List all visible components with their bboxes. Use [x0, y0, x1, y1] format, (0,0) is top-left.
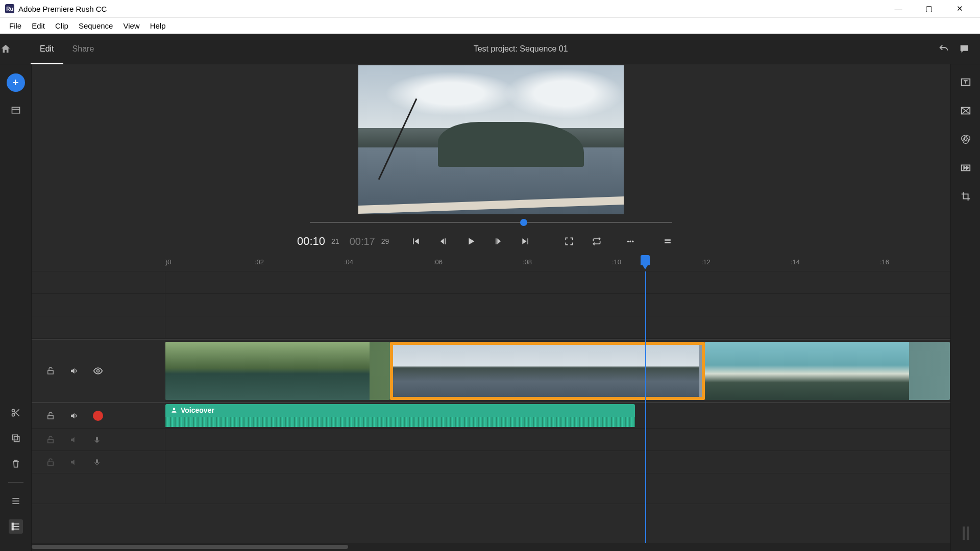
mute-track-button[interactable]: [69, 411, 79, 420]
undo-button[interactable]: [938, 43, 949, 55]
step-back-button[interactable]: [438, 236, 460, 246]
empty-track-3: [32, 271, 950, 294]
menu-edit[interactable]: Edit: [27, 21, 50, 30]
feedback-button[interactable]: [959, 43, 970, 55]
record-button[interactable]: [93, 411, 103, 421]
menu-help[interactable]: Help: [145, 21, 171, 30]
mute-track-button[interactable]: [69, 366, 79, 375]
lock-track-button[interactable]: [46, 366, 55, 375]
loop-icon: [592, 236, 602, 246]
voiceover-clip[interactable]: Voiceover: [165, 404, 635, 427]
scissors-icon: [11, 408, 21, 418]
menu-clip[interactable]: Clip: [50, 21, 74, 30]
menu-file[interactable]: File: [4, 21, 27, 30]
close-button[interactable]: ✕: [944, 4, 975, 13]
video-clip-1[interactable]: [165, 342, 390, 400]
split-clip-button[interactable]: [9, 406, 23, 420]
lock-track-button[interactable]: [46, 411, 55, 420]
timeline-zoom-button[interactable]: [663, 236, 685, 246]
unlock-icon: [46, 435, 55, 444]
ruler-tick: :10: [612, 258, 621, 266]
ruler-tick: :04: [344, 258, 353, 266]
audio-track-head: [32, 429, 165, 450]
timeline-horizontal-scrollbar[interactable]: [32, 543, 950, 551]
more-options-button[interactable]: •••: [619, 238, 642, 245]
loop-button[interactable]: [592, 236, 614, 246]
speed-button[interactable]: [960, 162, 971, 173]
delete-button[interactable]: [9, 457, 23, 471]
track-head: [32, 294, 165, 316]
audio-track-body[interactable]: Voiceover: [165, 403, 950, 428]
svg-rect-14: [12, 523, 13, 524]
mute-track-button[interactable]: [69, 435, 79, 444]
playhead-line[interactable]: [645, 271, 646, 543]
timeline-ruler[interactable]: )0:02:04:06:08:10:12:14:16: [32, 254, 950, 271]
person-icon: [170, 407, 178, 414]
color-button[interactable]: [960, 134, 971, 145]
expand-tracks-button[interactable]: [9, 494, 23, 508]
preview-scrubber[interactable]: [310, 216, 672, 229]
audio-track-2: [32, 429, 950, 451]
timeline: )0:02:04:06:08:10:12:14:16: [32, 254, 950, 551]
tab-share[interactable]: Share: [63, 34, 104, 64]
meters-icon: [961, 525, 971, 541]
fullscreen-button[interactable]: [564, 236, 586, 246]
mic-button[interactable]: [93, 458, 101, 466]
main-area: +: [0, 64, 980, 551]
video-track-body[interactable]: [165, 340, 950, 402]
duplicate-button[interactable]: [9, 431, 23, 445]
audio-meters-button[interactable]: [961, 525, 971, 541]
svg-rect-0: [12, 107, 19, 113]
minimize-button[interactable]: —: [883, 5, 914, 13]
add-media-button[interactable]: +: [7, 73, 25, 92]
titles-button[interactable]: [960, 77, 971, 88]
empty-track-2: [32, 294, 950, 316]
skip-start-icon: [410, 236, 421, 246]
visibility-button[interactable]: [93, 366, 103, 376]
svg-rect-7: [12, 435, 17, 440]
playhead-marker[interactable]: [641, 255, 650, 265]
duration-time: 00:17: [350, 236, 375, 247]
tab-edit[interactable]: Edit: [31, 34, 63, 64]
track-body[interactable]: [165, 451, 950, 473]
svg-rect-15: [12, 525, 13, 527]
project-panel-button[interactable]: [9, 103, 23, 117]
timeline-spacer: [32, 473, 950, 504]
video-track: [32, 339, 950, 403]
video-preview[interactable]: [358, 65, 624, 214]
svg-rect-34: [967, 527, 969, 540]
control-tracks-button[interactable]: [9, 519, 23, 534]
lock-track-button[interactable]: [46, 458, 55, 467]
step-forward-button[interactable]: [493, 236, 516, 246]
speaker-icon: [69, 366, 79, 375]
svg-point-22: [173, 408, 176, 410]
track-body[interactable]: [165, 271, 950, 293]
audio-track-1: Voiceover: [32, 403, 950, 429]
transitions-button[interactable]: [960, 105, 971, 116]
scrollbar-thumb[interactable]: [32, 545, 348, 549]
track-body[interactable]: [165, 294, 950, 316]
home-button[interactable]: [0, 43, 31, 55]
speaker-icon: [69, 435, 79, 444]
divider: [8, 482, 23, 483]
scrub-handle[interactable]: [520, 219, 527, 226]
menu-view[interactable]: View: [118, 21, 144, 30]
track-body[interactable]: [165, 429, 950, 450]
go-end-button[interactable]: [521, 236, 543, 246]
lock-track-button[interactable]: [46, 435, 55, 444]
transform-button[interactable]: [960, 191, 971, 202]
undo-icon: [938, 43, 949, 55]
svg-rect-25: [48, 462, 54, 465]
play-button[interactable]: [465, 236, 488, 247]
svg-point-20: [97, 370, 100, 372]
go-start-button[interactable]: [410, 236, 433, 246]
tracks-icon: [11, 496, 21, 506]
maximize-button[interactable]: ▢: [914, 4, 944, 13]
mute-track-button[interactable]: [69, 458, 79, 467]
ruler-tick: :06: [433, 258, 443, 266]
video-clip-2-selected[interactable]: [390, 342, 705, 400]
video-clip-3[interactable]: [705, 342, 950, 400]
mic-button[interactable]: [93, 436, 101, 444]
track-body[interactable]: [165, 316, 950, 338]
menu-sequence[interactable]: Sequence: [74, 21, 118, 30]
